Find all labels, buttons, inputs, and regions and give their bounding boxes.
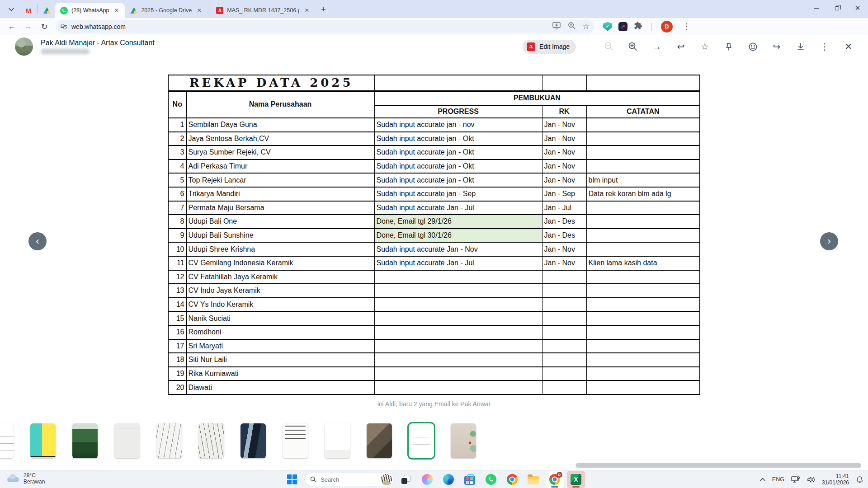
site-settings-icon[interactable] (61, 25, 67, 28)
download-icon[interactable] (795, 41, 806, 52)
viewer-menu-icon[interactable]: ⋮ (819, 41, 830, 52)
cell-rk (542, 339, 586, 353)
reply-icon[interactable]: ↩ (675, 41, 686, 52)
thumbnail-sheet-yellow[interactable] (30, 423, 56, 458)
chrome-button[interactable] (503, 471, 521, 488)
clock[interactable]: 11:41 31/01/2026 (822, 473, 849, 486)
table-row: 5Top Rejeki LancarSudah input accurate j… (168, 173, 700, 187)
profile-avatar[interactable]: D (661, 21, 673, 33)
volume-icon[interactable] (807, 476, 815, 483)
hidden-icons-chevron-icon[interactable] (760, 478, 765, 481)
zoom-page-icon[interactable] (568, 22, 576, 31)
viewer-actions: A Edit Image → ↩ ☆ ↪ (523, 40, 854, 54)
tab-whatsapp[interactable]: (28) WhatsApp ✕ (55, 3, 125, 18)
image-content[interactable]: REKAP DATA 2025 No Nama Perusahaan PEMBU… (168, 75, 700, 395)
edge-button[interactable] (439, 471, 458, 488)
back-icon[interactable]: ← (5, 19, 19, 34)
network-icon[interactable] (791, 476, 800, 483)
next-arrow-icon[interactable]: → (651, 41, 662, 52)
close-viewer-icon[interactable]: ✕ (843, 41, 854, 52)
reload-icon[interactable]: ↻ (37, 19, 52, 34)
chrome-profile-window-button[interactable]: D (546, 471, 564, 488)
cell-progress: Sudah input accurate Jan - Jul (374, 201, 542, 215)
contact-name[interactable]: Pak Aldi Manajer - Artax Consultant (41, 39, 155, 47)
start-button[interactable] (283, 471, 301, 488)
restore-button[interactable] (826, 0, 847, 16)
copilot-button[interactable] (418, 471, 436, 488)
install-app-icon[interactable] (552, 22, 561, 31)
edit-image-button[interactable]: A Edit Image (523, 40, 576, 54)
whatsapp-app-button[interactable] (482, 471, 500, 488)
adblock-shield-icon[interactable]: ✓ (603, 22, 612, 31)
table-row: 13CV Indo Jaya Keramik (168, 284, 700, 298)
pinned-tab-drive[interactable] (39, 3, 55, 18)
thumbnail-doc-hand[interactable] (156, 423, 182, 458)
forward-icon[interactable]: → (21, 19, 35, 34)
pin-icon[interactable] (723, 41, 734, 52)
react-smiley-icon[interactable] (747, 41, 758, 52)
thumbnail-photo-field[interactable] (72, 423, 98, 458)
cell-no: 9 (168, 229, 186, 243)
thumbnail-doc-hand2[interactable] (198, 423, 224, 458)
drive-icon (130, 7, 137, 14)
avatar[interactable] (15, 38, 33, 56)
excel-button[interactable]: X (567, 471, 585, 488)
notification-bell-icon[interactable]: z (856, 476, 863, 483)
thumbnail-receipt[interactable] (325, 423, 350, 458)
extensions-area: ✓ ➚ D ⋮ (603, 21, 694, 33)
thumbnail-doc-partial[interactable] (0, 423, 14, 458)
tab-close-icon[interactable]: ✕ (303, 7, 311, 14)
cell-name: CV Indo Jaya Keramik (186, 284, 374, 298)
forward-icon[interactable]: ↪ (771, 41, 782, 52)
cell-catatan (586, 118, 700, 132)
header-progress: PROGRESS (374, 105, 542, 118)
address-bar[interactable]: web.whatsapp.com ☆ (56, 20, 594, 33)
table-row: 4Adi Perkasa TimurSudah input accurate j… (168, 160, 700, 174)
taskbar-search[interactable]: Search (304, 473, 394, 486)
next-image-button[interactable]: › (820, 232, 838, 250)
copilot-icon (422, 474, 433, 485)
cell-catatan (586, 229, 700, 243)
cell-progress: Sudah input accurate Jan - Nov (374, 242, 542, 256)
cell-progress (374, 284, 542, 298)
cell-no: 16 (168, 325, 186, 339)
table-row: 20Diawati (168, 380, 700, 394)
previous-image-button[interactable]: ‹ (28, 232, 47, 250)
close-window-button[interactable]: ✕ (847, 0, 868, 16)
extensions-puzzle-icon[interactable] (634, 21, 642, 32)
tab-list-chevron-icon[interactable] (5, 4, 18, 15)
star-icon[interactable]: ☆ (699, 41, 710, 52)
thumbnail-photo-roof[interactable] (367, 423, 392, 458)
tab-close-icon[interactable]: ✕ (113, 7, 120, 14)
header-catatan: CATATAN (586, 105, 700, 118)
thumbnail-paper-beige[interactable] (451, 423, 476, 458)
taskbar: 29°C Berawan Search (0, 470, 868, 488)
url-text[interactable]: web.whatsapp.com (71, 23, 548, 30)
browser-toolbar: ← → ↻ web.whatsapp.com ☆ ✓ ➚ D (0, 18, 868, 35)
pinned-tab-gmail[interactable]: M (21, 3, 36, 18)
cloud-icon (6, 474, 20, 483)
weather-widget[interactable]: 29°C Berawan (6, 472, 45, 485)
language-indicator[interactable]: ENG (772, 476, 784, 483)
tab-google-drive[interactable]: 2025 - Google Drive ✕ (125, 3, 208, 18)
thumbnail-whiteboard[interactable] (114, 423, 140, 458)
browser-menu-icon[interactable]: ⋮ (679, 22, 694, 31)
thumbnail-scrollbar[interactable] (576, 463, 861, 468)
cell-progress: Sudah input accurate jan - Okt (374, 132, 542, 146)
new-tab-button[interactable]: + (317, 3, 330, 16)
thumbnail-sheet-white-selected[interactable] (409, 423, 434, 458)
tab-pdf[interactable]: A MAS_ RK MDR 1437_2506.pdf ( ✕ (211, 3, 315, 18)
cell-catatan (586, 201, 700, 215)
thumbnail-doc-text[interactable] (283, 423, 308, 458)
tab-close-icon[interactable]: ✕ (195, 7, 203, 14)
store-button[interactable] (461, 471, 479, 488)
minimize-button[interactable] (806, 0, 826, 16)
bookmark-star-icon[interactable]: ☆ (583, 22, 590, 31)
dark-arrow-extension-icon[interactable]: ➚ (618, 22, 627, 31)
thumbnail-photo-office[interactable] (241, 423, 266, 458)
zoom-in-icon[interactable] (627, 41, 638, 52)
file-explorer-button[interactable] (524, 471, 542, 488)
cell-catatan: Data rek koran blm ada lg (586, 187, 700, 201)
search-highlight-image[interactable] (381, 474, 392, 485)
task-view-button[interactable] (397, 471, 415, 488)
